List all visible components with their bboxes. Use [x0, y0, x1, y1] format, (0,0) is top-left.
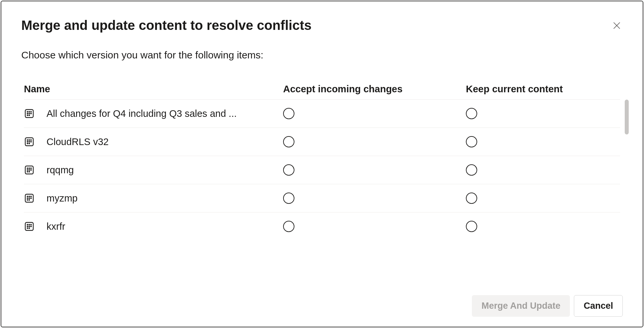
accept-radio[interactable]	[283, 136, 294, 147]
list-row: All changes for Q4 including Q3 sales an…	[24, 100, 620, 128]
keep-radio[interactable]	[466, 221, 477, 232]
svg-point-17	[31, 141, 31, 142]
keep-radio[interactable]	[466, 164, 477, 176]
svg-point-37	[29, 200, 30, 200]
svg-point-3	[27, 112, 28, 112]
list-row: kxrfr	[24, 212, 620, 240]
conflict-list: Name Accept incoming changes Keep curren…	[21, 79, 623, 240]
column-header-name: Name	[24, 84, 283, 95]
svg-point-8	[31, 113, 31, 114]
svg-point-24	[27, 170, 28, 170]
svg-point-31	[29, 196, 30, 197]
accept-radio[interactable]	[283, 193, 294, 204]
svg-point-30	[27, 196, 28, 197]
semantic-model-icon	[24, 165, 35, 175]
item-name: All changes for Q4 including Q3 sales an…	[47, 108, 237, 119]
svg-point-45	[27, 228, 28, 228]
svg-point-16	[29, 141, 30, 142]
svg-point-23	[31, 168, 31, 169]
svg-point-42	[27, 226, 28, 227]
dialog-footer: Merge And Update Cancel	[21, 285, 623, 317]
dialog-subtitle: Choose which version you want for the fo…	[21, 49, 623, 61]
list-header: Name Accept incoming changes Keep curren…	[24, 79, 620, 100]
svg-point-28	[29, 171, 30, 172]
list-row: rqqmg	[24, 156, 620, 184]
svg-point-39	[27, 224, 28, 225]
accept-radio[interactable]	[283, 108, 294, 119]
column-header-accept: Accept incoming changes	[283, 84, 466, 95]
list-row: myzmp	[24, 184, 620, 212]
column-header-keep: Keep current content	[466, 84, 620, 95]
close-button[interactable]	[611, 20, 623, 32]
semantic-model-icon	[24, 136, 35, 147]
svg-point-10	[29, 115, 30, 116]
svg-point-9	[27, 115, 28, 116]
item-name: rqqmg	[47, 165, 74, 176]
svg-point-44	[31, 226, 31, 227]
svg-point-6	[27, 113, 28, 114]
svg-point-33	[27, 198, 28, 199]
merge-conflicts-dialog: Merge and update content to resolve conf…	[1, 1, 643, 327]
svg-point-36	[27, 200, 28, 200]
scrollbar-thumb[interactable]	[625, 100, 629, 134]
item-name: CloudRLS v32	[47, 136, 109, 147]
svg-point-40	[29, 224, 30, 225]
svg-point-34	[29, 198, 30, 199]
semantic-model-icon	[24, 221, 35, 232]
merge-and-update-button[interactable]: Merge And Update	[472, 295, 570, 317]
svg-point-27	[27, 171, 28, 172]
keep-radio[interactable]	[466, 136, 477, 147]
cancel-button[interactable]: Cancel	[574, 295, 623, 317]
svg-point-12	[27, 140, 28, 140]
svg-point-41	[31, 224, 31, 225]
svg-point-14	[31, 140, 31, 140]
keep-radio[interactable]	[466, 108, 477, 119]
svg-point-5	[31, 112, 31, 112]
svg-point-19	[29, 143, 30, 144]
svg-point-46	[29, 228, 30, 228]
keep-radio[interactable]	[466, 193, 477, 204]
svg-point-43	[29, 226, 30, 227]
svg-point-35	[31, 198, 31, 199]
svg-point-25	[29, 170, 30, 170]
svg-point-18	[27, 143, 28, 144]
list-row: CloudRLS v32	[24, 128, 620, 156]
svg-point-4	[29, 112, 30, 112]
item-name: kxrfr	[47, 221, 65, 232]
accept-radio[interactable]	[283, 221, 294, 232]
svg-point-7	[29, 113, 30, 114]
svg-point-13	[29, 140, 30, 140]
svg-point-21	[27, 168, 28, 169]
item-name: myzmp	[47, 193, 77, 204]
semantic-model-icon	[24, 193, 35, 204]
svg-point-26	[31, 170, 31, 170]
svg-point-32	[31, 196, 31, 197]
dialog-title: Merge and update content to resolve conf…	[21, 18, 623, 33]
accept-radio[interactable]	[283, 164, 294, 176]
svg-point-15	[27, 141, 28, 142]
svg-point-22	[29, 168, 30, 169]
semantic-model-icon	[24, 108, 35, 119]
close-icon	[612, 21, 621, 30]
